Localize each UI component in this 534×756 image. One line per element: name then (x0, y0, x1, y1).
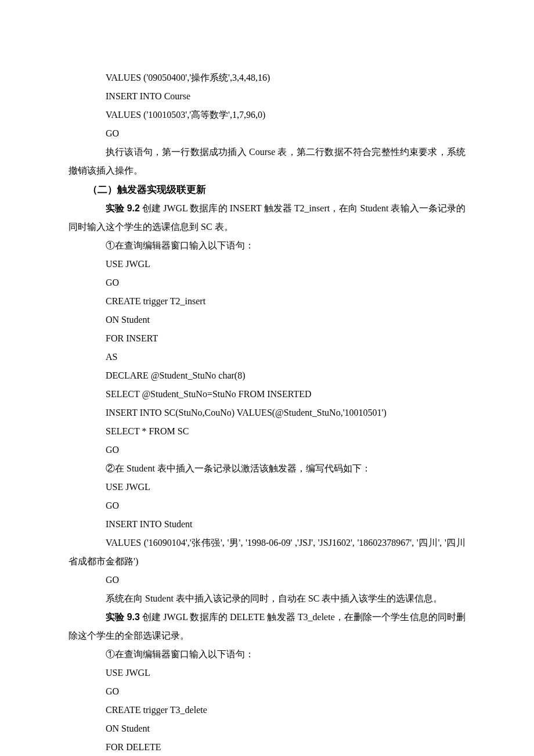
code-line: FOR DELETE (68, 738, 466, 756)
code-line: SELECT @Student_StuNo=StuNo FROM INSERTE… (68, 385, 466, 404)
code-line: GO (68, 441, 466, 459)
code-line: GO (68, 273, 466, 292)
body-text: ②在 Student 表中插入一条记录以激活该触发器，编写代码如下： (68, 459, 466, 478)
code-line: CREATE trigger T3_delete (68, 701, 466, 719)
code-line: VALUES ('09050400','操作系统',3,4,48,16) (68, 69, 466, 87)
code-line: SELECT * FROM SC (68, 422, 466, 441)
code-line: USE JWGL (68, 255, 466, 273)
body-text: 执行该语句，第一行数据成功插入 Course 表，第二行数据不符合完整性约束要求… (68, 143, 466, 180)
body-text: ①在查询编辑器窗口输入以下语句： (68, 645, 466, 664)
code-line: GO (68, 571, 466, 589)
code-line: VALUES ('10010503','高等数学',1,7,96,0) (68, 106, 466, 124)
experiment-label: 实验 9.3 (106, 612, 140, 622)
code-line: VALUES ('16090104','张伟强', '男', '1998-06-… (68, 534, 466, 571)
code-line: ON Student (68, 719, 466, 738)
code-line: GO (68, 124, 466, 143)
experiment-label: 实验 9.2 (106, 203, 140, 213)
document-page: VALUES ('09050400','操作系统',3,4,48,16) INS… (0, 0, 534, 756)
code-line: FOR INSERT (68, 329, 466, 348)
code-line: INSERT INTO Course (68, 87, 466, 106)
code-line: INSERT INTO Student (68, 515, 466, 534)
code-line: GO (68, 496, 466, 515)
code-line: USE JWGL (68, 478, 466, 496)
code-line: INSERT INTO SC(StuNo,CouNo) VALUES(@Stud… (68, 404, 466, 422)
experiment-9-3: 实验 9.3 创建 JWGL 数据库的 DELETE 触发器 T3_delete… (68, 608, 466, 645)
code-line: USE JWGL (68, 664, 466, 682)
body-text: ①在查询编辑器窗口输入以下语句： (68, 236, 466, 255)
code-line: ON Student (68, 311, 466, 329)
code-line: GO (68, 682, 466, 701)
experiment-9-2: 实验 9.2 创建 JWGL 数据库的 INSERT 触发器 T2_insert… (68, 199, 466, 236)
code-line: CREATE trigger T2_insert (68, 292, 466, 311)
section-heading: （二）触发器实现级联更新 (68, 180, 466, 199)
code-line: AS (68, 348, 466, 366)
code-line: DECLARE @Student_StuNo char(8) (68, 366, 466, 385)
body-text: 系统在向 Student 表中插入该记录的同时，自动在 SC 表中插入该学生的选… (68, 589, 466, 608)
